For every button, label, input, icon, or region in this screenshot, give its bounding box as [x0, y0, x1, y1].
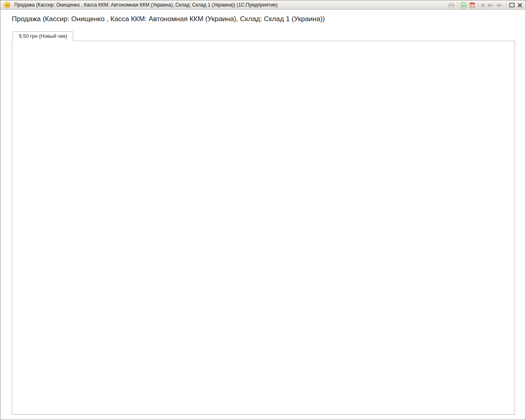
- svg-text:31: 31: [470, 4, 474, 8]
- calculator-icon[interactable]: [461, 2, 467, 8]
- 1c-app-icon: 1С: [4, 2, 10, 8]
- titlebar-separator: [478, 2, 478, 8]
- app-window: 1С Продажа (Кассир: Онищенко , Касса ККМ…: [0, 0, 526, 420]
- memory-plus-button[interactable]: M+: [488, 3, 494, 8]
- titlebar-separator: [506, 2, 506, 8]
- print-icon[interactable]: [448, 2, 455, 8]
- page-title: Продажа (Кассир: Онищенко , Касса ККМ: А…: [12, 15, 325, 23]
- close-icon[interactable]: [517, 3, 522, 8]
- maximize-icon[interactable]: [509, 3, 515, 7]
- tab-content-frame: [12, 41, 515, 415]
- memory-minus-button[interactable]: M−: [497, 3, 503, 8]
- calendar-icon[interactable]: 31: [469, 2, 475, 8]
- title-bar: 1С Продажа (Кассир: Онищенко , Касса ККМ…: [0, 0, 526, 10]
- window-title: Продажа (Кассир: Онищенко , Касса ККМ: А…: [14, 2, 278, 8]
- titlebar-separator: [458, 2, 458, 8]
- tab-new-check[interactable]: 9,50 грн (Новый чек): [13, 31, 73, 41]
- memory-recall-button[interactable]: M: [481, 3, 485, 8]
